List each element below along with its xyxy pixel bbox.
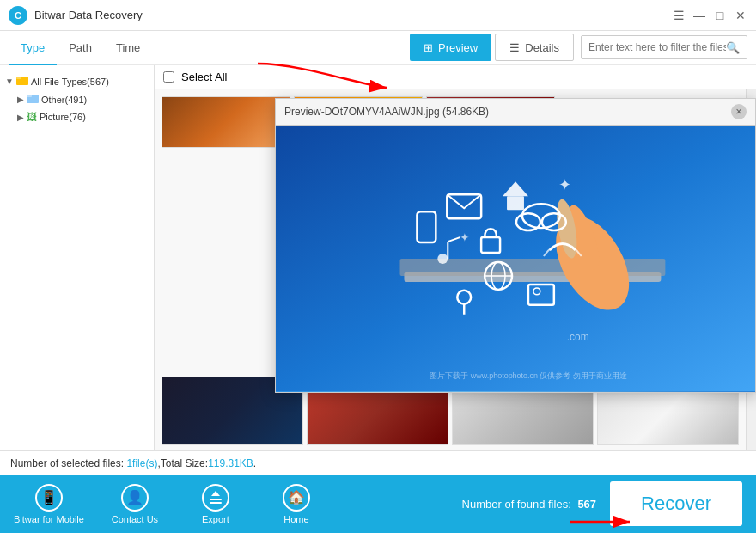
tab-type[interactable]: Type — [9, 31, 57, 65]
select-all-checkbox[interactable] — [163, 71, 174, 83]
status-text: Number of selected files: — [10, 457, 124, 469]
svg-text:图片下载于 www.photophoto.cn  仅供参考 : 图片下载于 www.photophoto.cn 仅供参考 勿用于商业用途 — [430, 372, 627, 381]
sidebar-item-other[interactable]: ▶ Other(491) — [0, 90, 154, 108]
mobile-icon: 📱 — [35, 484, 63, 512]
preview-title: Preview-DOt7OMYV4AAiWJN.jpg (54.86KB) — [284, 106, 489, 118]
svg-rect-13 — [507, 196, 524, 210]
svg-rect-34 — [210, 502, 222, 504]
bottom-red-arrow — [565, 505, 643, 530]
svg-text:.com: .com — [567, 331, 589, 343]
maximize-button[interactable]: □ — [713, 9, 727, 22]
status-files: 1file(s) — [126, 457, 157, 469]
svg-point-19 — [437, 254, 448, 264]
svg-rect-2 — [16, 77, 21, 79]
bottom-right: Number of found files: 567 Recover — [462, 481, 742, 526]
sidebar-item-picture[interactable]: ▶ 🖼 Picture(76) — [0, 108, 154, 126]
preview-close-button[interactable]: × — [731, 104, 747, 119]
svg-text:✦: ✦ — [558, 176, 571, 193]
file-grid-header: Select All — [155, 65, 756, 89]
main-content: ▼ All File Types(567) ▶ Other(491) ▶ 🖼 — [0, 65, 756, 450]
contact-button[interactable]: 👤 Contact Us — [105, 484, 165, 524]
preview-header: Preview-DOt7OMYV4AAiWJN.jpg (54.86KB) × — [276, 99, 755, 126]
expand-icon: ▼ — [5, 77, 14, 86]
contact-label: Contact Us — [112, 514, 158, 524]
details-button[interactable]: ☰ Details — [495, 34, 574, 61]
svg-text:✦: ✦ — [460, 230, 470, 244]
status-bar: Number of selected files: 1file(s) ,Tota… — [0, 450, 756, 475]
file-area: Select All 5d5975a0c126... 0-14061G54S2.… — [155, 65, 756, 450]
contact-icon: 👤 — [121, 484, 149, 512]
nav-tabs: Type Path Time — [9, 31, 152, 64]
minimize-button[interactable]: — — [692, 9, 706, 22]
folder-icon — [16, 75, 28, 88]
search-icon: 🔍 — [726, 41, 740, 54]
folder-icon — [27, 93, 39, 106]
menu-button[interactable]: ☰ — [672, 9, 686, 22]
mobile-button[interactable]: 📱 Bitwar for Mobile — [14, 484, 84, 524]
search-input[interactable] — [588, 41, 726, 53]
export-button[interactable]: Export — [186, 484, 246, 524]
export-icon — [202, 484, 229, 512]
file-grid: 5d5975a0c126... 0-14061G54S2... 7OMYV4AA… — [155, 89, 756, 450]
sidebar: ▼ All File Types(567) ▶ Other(491) ▶ 🖼 — [0, 65, 155, 450]
home-label: Home — [284, 514, 308, 524]
search-box[interactable]: 🔍 — [581, 35, 747, 59]
image-icon: 🖼 — [27, 111, 37, 123]
preview-button[interactable]: ⊞ Preview — [410, 34, 491, 61]
app-title: Bitwar Data Recovery — [34, 9, 672, 21]
svg-marker-35 — [211, 491, 220, 496]
thumbnail-1[interactable] — [162, 96, 290, 148]
title-bar: C Bitwar Data Recovery ☰ — □ ✕ — [0, 0, 756, 31]
export-label: Export — [202, 514, 229, 524]
app-logo: C — [9, 6, 27, 25]
nav-bar: Type Path Time ⊞ Preview ☰ Details 🔍 — [0, 31, 756, 65]
found-text: Number of found files: 567 — [462, 498, 597, 511]
bottom-bar: 📱 Bitwar for Mobile 👤 Contact Us Export … — [0, 475, 756, 533]
nav-right: ⊞ Preview ☰ Details 🔍 — [410, 34, 756, 61]
expand-icon: ▶ — [17, 113, 24, 122]
status-period: . — [253, 457, 256, 469]
home-icon: 🏠 — [283, 484, 310, 512]
home-button[interactable]: 🏠 Home — [266, 484, 326, 524]
svg-rect-33 — [210, 499, 222, 500]
mobile-label: Bitwar for Mobile — [14, 514, 84, 524]
preview-modal: Preview-DOt7OMYV4AAiWJN.jpg (54.86KB) × — [275, 98, 756, 393]
tab-time[interactable]: Time — [104, 31, 152, 65]
svg-rect-4 — [27, 95, 32, 97]
status-separator: ,Total Size: — [157, 457, 208, 469]
preview-svg: ✦ ✦ — [276, 126, 755, 392]
window-controls: ☰ — □ ✕ — [672, 9, 747, 22]
tab-path[interactable]: Path — [57, 31, 104, 65]
sidebar-item-all[interactable]: ▼ All File Types(567) — [0, 72, 154, 90]
list-icon: ☰ — [509, 41, 520, 54]
preview-image: ✦ ✦ — [276, 126, 755, 392]
close-button[interactable]: ✕ — [734, 9, 747, 22]
select-all-label: Select All — [181, 70, 227, 83]
grid-icon: ⊞ — [424, 41, 433, 54]
expand-icon: ▶ — [17, 95, 24, 104]
status-size: 119.31KB — [208, 457, 253, 469]
